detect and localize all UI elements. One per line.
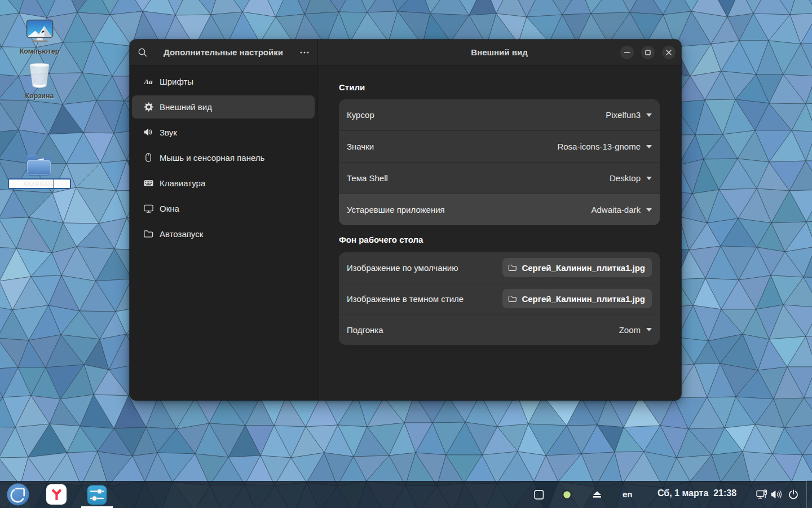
svg-text:Aa: Aa <box>144 77 153 86</box>
